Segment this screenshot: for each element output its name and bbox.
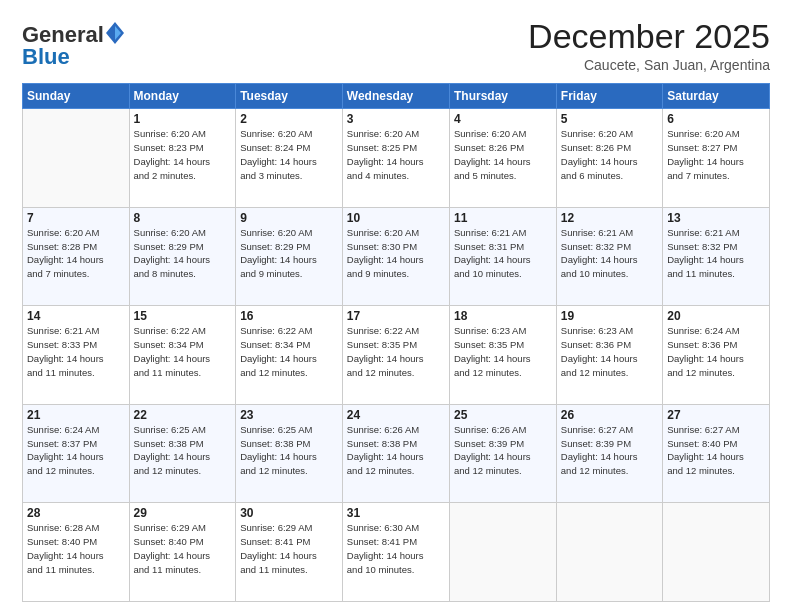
- day-info: Sunrise: 6:20 AM Sunset: 8:27 PM Dayligh…: [667, 127, 765, 182]
- day-cell: 13Sunrise: 6:21 AM Sunset: 8:32 PM Dayli…: [663, 207, 770, 306]
- day-number: 7: [27, 211, 125, 225]
- day-number: 12: [561, 211, 658, 225]
- day-number: 22: [134, 408, 232, 422]
- day-number: 10: [347, 211, 445, 225]
- day-cell: 12Sunrise: 6:21 AM Sunset: 8:32 PM Dayli…: [556, 207, 662, 306]
- day-number: 3: [347, 112, 445, 126]
- day-info: Sunrise: 6:27 AM Sunset: 8:39 PM Dayligh…: [561, 423, 658, 478]
- day-cell: 1Sunrise: 6:20 AM Sunset: 8:23 PM Daylig…: [129, 109, 236, 208]
- day-cell: 22Sunrise: 6:25 AM Sunset: 8:38 PM Dayli…: [129, 404, 236, 503]
- day-info: Sunrise: 6:22 AM Sunset: 8:34 PM Dayligh…: [240, 324, 338, 379]
- day-info: Sunrise: 6:21 AM Sunset: 8:32 PM Dayligh…: [561, 226, 658, 281]
- day-info: Sunrise: 6:25 AM Sunset: 8:38 PM Dayligh…: [134, 423, 232, 478]
- day-header-monday: Monday: [129, 84, 236, 109]
- day-cell: 10Sunrise: 6:20 AM Sunset: 8:30 PM Dayli…: [342, 207, 449, 306]
- day-number: 13: [667, 211, 765, 225]
- day-header-friday: Friday: [556, 84, 662, 109]
- day-number: 23: [240, 408, 338, 422]
- day-cell: 19Sunrise: 6:23 AM Sunset: 8:36 PM Dayli…: [556, 306, 662, 405]
- day-cell: 27Sunrise: 6:27 AM Sunset: 8:40 PM Dayli…: [663, 404, 770, 503]
- day-number: 31: [347, 506, 445, 520]
- day-header-saturday: Saturday: [663, 84, 770, 109]
- day-header-wednesday: Wednesday: [342, 84, 449, 109]
- subtitle: Caucete, San Juan, Argentina: [528, 57, 770, 73]
- day-info: Sunrise: 6:29 AM Sunset: 8:41 PM Dayligh…: [240, 521, 338, 576]
- month-title: December 2025: [528, 18, 770, 55]
- day-cell: 20Sunrise: 6:24 AM Sunset: 8:36 PM Dayli…: [663, 306, 770, 405]
- day-number: 18: [454, 309, 552, 323]
- day-cell: 28Sunrise: 6:28 AM Sunset: 8:40 PM Dayli…: [23, 503, 130, 602]
- header-row: SundayMondayTuesdayWednesdayThursdayFrid…: [23, 84, 770, 109]
- day-cell: 8Sunrise: 6:20 AM Sunset: 8:29 PM Daylig…: [129, 207, 236, 306]
- day-number: 9: [240, 211, 338, 225]
- day-cell: 5Sunrise: 6:20 AM Sunset: 8:26 PM Daylig…: [556, 109, 662, 208]
- day-cell: 11Sunrise: 6:21 AM Sunset: 8:31 PM Dayli…: [449, 207, 556, 306]
- day-number: 15: [134, 309, 232, 323]
- day-info: Sunrise: 6:21 AM Sunset: 8:33 PM Dayligh…: [27, 324, 125, 379]
- day-cell: 9Sunrise: 6:20 AM Sunset: 8:29 PM Daylig…: [236, 207, 343, 306]
- day-cell: 24Sunrise: 6:26 AM Sunset: 8:38 PM Dayli…: [342, 404, 449, 503]
- day-cell: 21Sunrise: 6:24 AM Sunset: 8:37 PM Dayli…: [23, 404, 130, 503]
- day-info: Sunrise: 6:28 AM Sunset: 8:40 PM Dayligh…: [27, 521, 125, 576]
- day-number: 2: [240, 112, 338, 126]
- day-cell: 17Sunrise: 6:22 AM Sunset: 8:35 PM Dayli…: [342, 306, 449, 405]
- day-number: 17: [347, 309, 445, 323]
- day-cell: 15Sunrise: 6:22 AM Sunset: 8:34 PM Dayli…: [129, 306, 236, 405]
- title-block: December 2025 Caucete, San Juan, Argenti…: [528, 18, 770, 73]
- day-cell: [449, 503, 556, 602]
- day-number: 29: [134, 506, 232, 520]
- calendar-header: SundayMondayTuesdayWednesdayThursdayFrid…: [23, 84, 770, 109]
- header: General Blue December 2025 Caucete, San …: [22, 18, 770, 73]
- day-number: 8: [134, 211, 232, 225]
- day-number: 30: [240, 506, 338, 520]
- day-info: Sunrise: 6:23 AM Sunset: 8:35 PM Dayligh…: [454, 324, 552, 379]
- day-number: 28: [27, 506, 125, 520]
- day-cell: 16Sunrise: 6:22 AM Sunset: 8:34 PM Dayli…: [236, 306, 343, 405]
- day-cell: 29Sunrise: 6:29 AM Sunset: 8:40 PM Dayli…: [129, 503, 236, 602]
- day-info: Sunrise: 6:21 AM Sunset: 8:31 PM Dayligh…: [454, 226, 552, 281]
- day-number: 5: [561, 112, 658, 126]
- day-info: Sunrise: 6:20 AM Sunset: 8:25 PM Dayligh…: [347, 127, 445, 182]
- day-number: 6: [667, 112, 765, 126]
- day-cell: 18Sunrise: 6:23 AM Sunset: 8:35 PM Dayli…: [449, 306, 556, 405]
- day-cell: 23Sunrise: 6:25 AM Sunset: 8:38 PM Dayli…: [236, 404, 343, 503]
- day-cell: 6Sunrise: 6:20 AM Sunset: 8:27 PM Daylig…: [663, 109, 770, 208]
- page: General Blue December 2025 Caucete, San …: [0, 0, 792, 612]
- week-row-5: 28Sunrise: 6:28 AM Sunset: 8:40 PM Dayli…: [23, 503, 770, 602]
- day-cell: 30Sunrise: 6:29 AM Sunset: 8:41 PM Dayli…: [236, 503, 343, 602]
- calendar-body: 1Sunrise: 6:20 AM Sunset: 8:23 PM Daylig…: [23, 109, 770, 602]
- day-number: 20: [667, 309, 765, 323]
- day-cell: [663, 503, 770, 602]
- logo: General Blue: [22, 22, 124, 70]
- day-number: 27: [667, 408, 765, 422]
- day-number: 19: [561, 309, 658, 323]
- day-cell: 3Sunrise: 6:20 AM Sunset: 8:25 PM Daylig…: [342, 109, 449, 208]
- day-info: Sunrise: 6:22 AM Sunset: 8:34 PM Dayligh…: [134, 324, 232, 379]
- day-info: Sunrise: 6:20 AM Sunset: 8:23 PM Dayligh…: [134, 127, 232, 182]
- day-cell: 4Sunrise: 6:20 AM Sunset: 8:26 PM Daylig…: [449, 109, 556, 208]
- day-info: Sunrise: 6:24 AM Sunset: 8:36 PM Dayligh…: [667, 324, 765, 379]
- day-number: 21: [27, 408, 125, 422]
- day-info: Sunrise: 6:26 AM Sunset: 8:38 PM Dayligh…: [347, 423, 445, 478]
- week-row-2: 7Sunrise: 6:20 AM Sunset: 8:28 PM Daylig…: [23, 207, 770, 306]
- day-number: 25: [454, 408, 552, 422]
- day-info: Sunrise: 6:20 AM Sunset: 8:24 PM Dayligh…: [240, 127, 338, 182]
- day-info: Sunrise: 6:20 AM Sunset: 8:26 PM Dayligh…: [454, 127, 552, 182]
- day-info: Sunrise: 6:22 AM Sunset: 8:35 PM Dayligh…: [347, 324, 445, 379]
- day-info: Sunrise: 6:29 AM Sunset: 8:40 PM Dayligh…: [134, 521, 232, 576]
- day-cell: 31Sunrise: 6:30 AM Sunset: 8:41 PM Dayli…: [342, 503, 449, 602]
- day-info: Sunrise: 6:25 AM Sunset: 8:38 PM Dayligh…: [240, 423, 338, 478]
- day-cell: 14Sunrise: 6:21 AM Sunset: 8:33 PM Dayli…: [23, 306, 130, 405]
- week-row-3: 14Sunrise: 6:21 AM Sunset: 8:33 PM Dayli…: [23, 306, 770, 405]
- day-header-sunday: Sunday: [23, 84, 130, 109]
- day-info: Sunrise: 6:27 AM Sunset: 8:40 PM Dayligh…: [667, 423, 765, 478]
- day-number: 14: [27, 309, 125, 323]
- day-cell: [556, 503, 662, 602]
- day-cell: [23, 109, 130, 208]
- day-number: 16: [240, 309, 338, 323]
- day-number: 1: [134, 112, 232, 126]
- day-number: 24: [347, 408, 445, 422]
- day-info: Sunrise: 6:30 AM Sunset: 8:41 PM Dayligh…: [347, 521, 445, 576]
- day-number: 11: [454, 211, 552, 225]
- day-info: Sunrise: 6:24 AM Sunset: 8:37 PM Dayligh…: [27, 423, 125, 478]
